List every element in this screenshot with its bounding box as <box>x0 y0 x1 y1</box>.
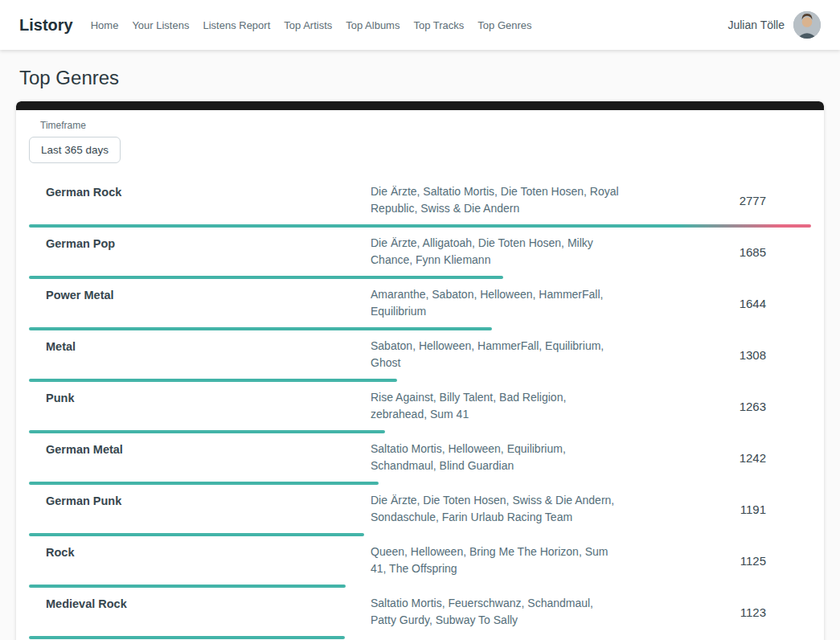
genre-name: German Rock <box>29 183 371 217</box>
user-avatar[interactable] <box>793 11 821 39</box>
genre-listen-count: 1685 <box>621 235 811 269</box>
top-navbar: Listory Home Your Listens Listens Report… <box>0 0 840 50</box>
nav-item-top-artists[interactable]: Top Artists <box>284 16 332 35</box>
user-name: Julian Tölle <box>727 18 785 31</box>
nav-item-top-albums[interactable]: Top Albums <box>346 16 400 35</box>
genre-table: German Rock Die Ärzte, Saltatio Mortis, … <box>29 176 811 640</box>
genre-row: Medieval Rock Saltatio Mortis, Feuerschw… <box>29 588 811 639</box>
genre-name: Medieval Rock <box>29 595 371 629</box>
genre-name: Power Metal <box>29 286 371 320</box>
genre-top-artists: Die Ärzte, Saltatio Mortis, Die Toten Ho… <box>371 183 621 217</box>
avatar-image <box>793 11 821 39</box>
genre-listen-count: 1123 <box>621 595 811 629</box>
genre-name: German Punk <box>29 492 371 526</box>
genre-listen-count: 1242 <box>621 441 811 474</box>
genre-listen-count: 2777 <box>621 183 811 217</box>
timeframe-select[interactable]: Last 365 days <box>29 137 121 163</box>
genre-top-artists: Die Ärzte, Die Toten Hosen, Swiss & Die … <box>371 492 621 526</box>
nav-item-home[interactable]: Home <box>91 16 119 35</box>
genre-listen-count: 1644 <box>621 286 811 320</box>
genre-top-artists: Amaranthe, Sabaton, Helloween, HammerFal… <box>371 286 621 320</box>
genre-top-artists: Saltatio Mortis, Feuerschwanz, Schandmau… <box>371 595 621 629</box>
genre-row: German Rock Die Ärzte, Saltatio Mortis, … <box>29 176 811 228</box>
nav-item-listens-report[interactable]: Listens Report <box>203 16 270 35</box>
genre-row: Punk Rise Against, Billy Talent, Bad Rel… <box>29 382 811 433</box>
genre-top-artists: Queen, Helloween, Bring Me The Horizon, … <box>371 544 621 577</box>
genre-top-artists: Saltatio Mortis, Helloween, Equilibrium,… <box>371 441 621 474</box>
genre-listen-count: 1308 <box>621 338 811 371</box>
genre-row: Power Metal Amaranthe, Sabaton, Hellowee… <box>29 279 811 330</box>
page-title: Top Genres <box>19 67 840 89</box>
timeframe-label: Timeframe <box>40 120 811 131</box>
genre-row: German Punk Die Ärzte, Die Toten Hosen, … <box>29 485 811 536</box>
nav-item-top-tracks[interactable]: Top Tracks <box>413 16 464 35</box>
genre-listen-count: 1263 <box>621 389 811 423</box>
nav-item-top-genres[interactable]: Top Genres <box>477 16 531 35</box>
genre-row: German Metal Saltatio Mortis, Helloween,… <box>29 433 811 485</box>
genre-listen-count: 1125 <box>621 544 811 577</box>
genre-name: Metal <box>29 338 371 371</box>
main-nav: Home Your Listens Listens Report Top Art… <box>91 16 728 35</box>
horizontal-scrollbar[interactable] <box>16 101 824 110</box>
genre-name: German Pop <box>29 235 371 269</box>
genre-top-artists: Rise Against, Billy Talent, Bad Religion… <box>371 389 621 423</box>
genre-row: Metal Sabaton, Helloween, HammerFall, Eq… <box>29 330 811 382</box>
genre-top-artists: Sabaton, Helloween, HammerFall, Equilibr… <box>371 338 621 371</box>
genre-name: German Metal <box>29 441 371 474</box>
genre-row: Rock Queen, Helloween, Bring Me The Hori… <box>29 536 811 588</box>
genre-top-artists: Die Ärzte, Alligatoah, Die Toten Hosen, … <box>371 235 621 269</box>
app-logo[interactable]: Listory <box>19 16 73 35</box>
user-menu[interactable]: Julian Tölle <box>727 11 821 39</box>
nav-item-your-listens[interactable]: Your Listens <box>132 16 189 35</box>
genre-name: Rock <box>29 544 371 577</box>
top-genres-panel: Timeframe Last 365 days German Rock Die … <box>16 101 824 640</box>
genre-name: Punk <box>29 389 371 423</box>
genre-row: German Pop Die Ärzte, Alligatoah, Die To… <box>29 228 811 279</box>
genre-listen-count: 1191 <box>621 492 811 526</box>
panel-body: Timeframe Last 365 days German Rock Die … <box>16 110 824 640</box>
